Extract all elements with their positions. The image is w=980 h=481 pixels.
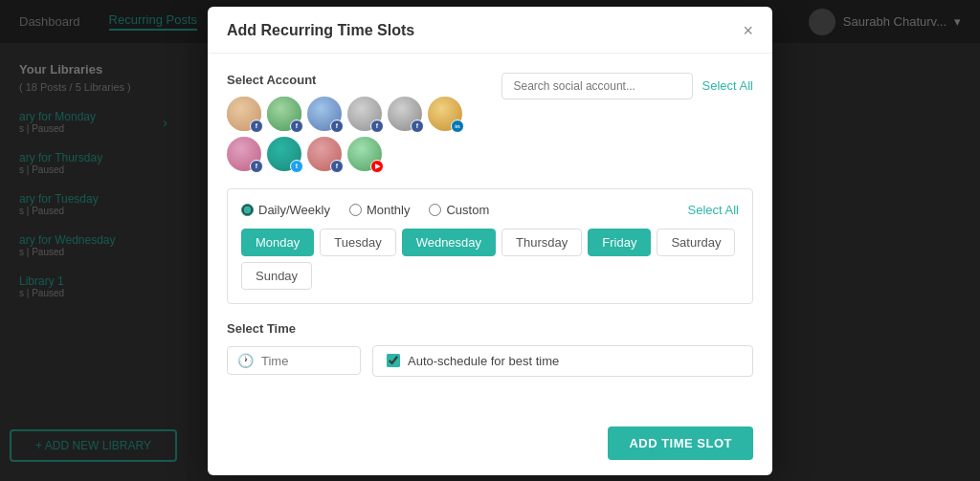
avatar-2[interactable]: f [267,97,301,131]
modal-close-button[interactable]: × [743,22,753,39]
time-row: 🕐 Auto-schedule for best time [227,345,753,377]
day-friday[interactable]: Friday [588,229,651,256]
avatar-badge-7: f [250,160,263,173]
add-time-slot-button[interactable]: ADD TIME SLOT [608,426,753,460]
avatar-9[interactable]: f [307,137,342,171]
account-label: Select Account [227,73,501,87]
time-input-wrapper: 🕐 [227,346,361,375]
frequency-daily-label: Daily/Weekly [258,203,330,217]
frequency-custom-radio[interactable] [429,204,441,216]
account-section: Select Account f f f [227,73,753,171]
select-all-days[interactable]: Select All [688,203,739,217]
frequency-daily-radio[interactable] [241,204,254,216]
day-monday[interactable]: Monday [241,229,314,256]
avatar-6[interactable]: in [428,97,462,131]
avatar-1[interactable]: f [227,97,261,131]
account-right: Select All [501,73,753,99]
avatar-badge-6: in [451,120,464,133]
autoschedule-box: Auto-schedule for best time [372,345,753,377]
day-tuesday[interactable]: Tuesday [320,229,395,256]
avatar-badge-8: t [290,160,303,173]
autoschedule-label: Auto-schedule for best time [408,354,559,368]
frequency-options: Daily/Weekly Monthly Custom [241,203,489,217]
day-sunday[interactable]: Sunday [241,262,312,290]
time-section: Select Time 🕐 Auto-schedule for best tim… [227,321,753,377]
frequency-monthly-label: Monthly [367,203,411,217]
avatar-8[interactable]: t [267,137,301,171]
avatar-badge-4: f [370,120,384,133]
frequency-custom[interactable]: Custom [429,203,489,217]
autoschedule-checkbox[interactable] [387,354,400,367]
modal-dialog: Add Recurring Time Slots × Select Accoun… [208,7,772,475]
modal-title: Add Recurring Time Slots [227,22,414,39]
frequency-daily-weekly[interactable]: Daily/Weekly [241,203,330,217]
avatar-badge-5: f [411,120,424,133]
time-label: Select Time [227,321,753,336]
frequency-monthly-radio[interactable] [349,204,362,216]
day-saturday[interactable]: Saturday [657,229,735,256]
account-left: Select Account f f f [227,73,501,171]
avatar-badge-9: f [330,160,344,173]
time-input[interactable] [261,354,338,368]
select-all-accounts[interactable]: Select All [702,78,753,93]
frequency-header: Daily/Weekly Monthly Custom Select All [241,203,739,217]
avatar-4[interactable]: f [347,97,382,131]
avatars-row: f f f f [227,97,501,171]
avatar-10[interactable]: ▶ [347,137,382,171]
frequency-monthly[interactable]: Monthly [349,203,411,217]
modal-body: Select Account f f f [208,54,772,415]
avatar-badge-1: f [250,120,263,133]
modal-header: Add Recurring Time Slots × [208,7,772,54]
social-account-search[interactable] [501,73,693,99]
modal-footer: ADD TIME SLOT [208,415,772,475]
avatar-5[interactable]: f [388,97,422,131]
avatar-badge-10: ▶ [370,160,384,173]
avatar-3[interactable]: f [307,97,342,131]
day-thursday[interactable]: Thursday [501,229,582,256]
avatar-badge-2: f [290,120,303,133]
day-buttons: Monday Tuesday Wednesday Thursday Friday… [241,229,739,290]
avatar-badge-3: f [330,120,344,133]
modal-overlay: Add Recurring Time Slots × Select Accoun… [0,0,980,481]
clock-icon: 🕐 [237,353,254,368]
day-wednesday[interactable]: Wednesday [402,229,496,256]
avatar-7[interactable]: f [227,137,261,171]
frequency-custom-label: Custom [446,203,489,217]
frequency-section: Daily/Weekly Monthly Custom Select All [227,188,753,304]
